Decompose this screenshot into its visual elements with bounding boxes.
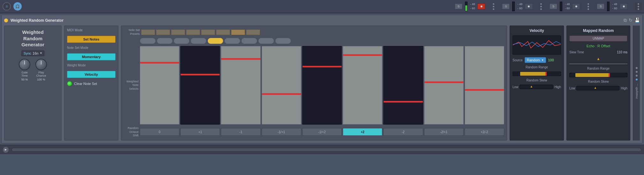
octave-btn-5[interactable]: +2 <box>343 128 382 136</box>
note-col-7-marker <box>384 101 423 103</box>
rec-button-1[interactable]: ⏺ <box>477 4 485 9</box>
note-col-7[interactable] <box>383 46 423 125</box>
sync-dropdown-arrow[interactable]: ▼ <box>40 52 42 55</box>
unmap-button[interactable]: UNMAP <box>569 35 627 42</box>
mixer-channel-2: S - 48 - 60 ⏺ <box>502 2 533 11</box>
mapped-range-slider[interactable] <box>569 73 627 77</box>
clear-note-indicator[interactable] <box>67 81 72 86</box>
preset-btn-1[interactable] <box>141 29 155 35</box>
note-col-9[interactable] <box>465 46 504 125</box>
play-chance-value: 100 % <box>37 78 45 81</box>
note-col-5[interactable] <box>302 46 342 125</box>
meter-1 <box>465 2 468 11</box>
preset-btn-7[interactable] <box>231 29 245 35</box>
momentary-button[interactable]: Momentary <box>67 53 116 60</box>
side-nav-dot-2[interactable] <box>636 71 638 73</box>
nav-icon[interactable]: ≡ <box>3 2 11 11</box>
octave-btn-2[interactable]: -1 <box>221 128 260 136</box>
bottom-bar: ▶ <box>0 145 644 154</box>
side-nav-dot-4[interactable] <box>636 79 638 80</box>
circle-5[interactable] <box>207 38 223 44</box>
circle-4[interactable] <box>191 38 206 44</box>
note-col-3[interactable] <box>221 46 260 125</box>
rec-button-2[interactable]: ⏺ <box>525 4 533 9</box>
velocity-skew-slider[interactable]: ▲ <box>520 85 553 89</box>
slew-up-arrow: ▲ <box>596 57 600 61</box>
s-button-3[interactable]: S <box>550 4 557 9</box>
note-col-1[interactable] <box>140 46 179 125</box>
circle-8[interactable] <box>258 38 274 44</box>
note-col-8[interactable] <box>424 46 464 125</box>
velocity-high-label: High <box>554 85 561 89</box>
octave-btn-1[interactable]: +1 <box>180 128 220 136</box>
octave-btn-0[interactable]: 0 <box>140 128 179 136</box>
slew-value: 110 ms <box>617 50 627 54</box>
plugin-active-dot[interactable] <box>4 19 8 22</box>
preset-btn-2[interactable] <box>156 29 170 35</box>
gate-time-knob-container: Gate Time 50 % <box>19 59 30 81</box>
db-values-2: - 48 - 60 <box>517 2 522 10</box>
set-notes-button[interactable]: Set Notes <box>67 36 116 43</box>
note-col-4[interactable] <box>262 46 301 125</box>
mapped-low-label: Low <box>569 87 575 90</box>
plugin-title: Weighted Random Generator <box>11 18 64 23</box>
octave-label-container: Random Octave Shift <box>124 126 140 138</box>
preset-btn-4[interactable] <box>186 29 200 35</box>
play-chance-knob[interactable] <box>35 59 47 70</box>
velocity-skew-label: Random Skew <box>513 79 561 82</box>
meter-4 <box>607 2 610 11</box>
octave-btn-7[interactable]: -2/+1 <box>424 128 464 136</box>
velocity-title: Velocity <box>513 28 561 33</box>
preset-btn-6[interactable] <box>216 29 230 35</box>
plugin-icon-3[interactable]: 💾 <box>634 18 640 23</box>
circle-1[interactable] <box>140 38 156 44</box>
s-button-4[interactable]: S <box>597 4 604 9</box>
plugin-icons: ⧉ ↻ 💾 <box>624 18 640 23</box>
weighted-label-container: Weighted Note Selects <box>124 46 140 125</box>
velocity-range-slider[interactable] <box>513 72 561 76</box>
plugin-body: Weighted Random Generator Sync 16n ▼ Gat… <box>4 26 640 141</box>
gate-time-knob[interactable] <box>19 59 30 70</box>
note-col-5-marker <box>303 66 341 67</box>
octave-btn-8[interactable]: +2/-2 <box>465 128 504 136</box>
note-circles <box>140 38 291 44</box>
preset-btn-3[interactable] <box>171 29 185 35</box>
circle-6[interactable] <box>224 38 240 44</box>
side-nav-label: Anasynth ... <box>635 84 638 99</box>
sync-row[interactable]: Sync 16n ▼ <box>21 50 45 56</box>
velocity-button[interactable]: Velocity <box>67 71 116 78</box>
rec-button-4[interactable]: ⏺ <box>620 4 627 9</box>
octave-btn-4[interactable]: -1/+2 <box>302 128 342 136</box>
preset-btn-5[interactable] <box>201 29 215 35</box>
note-col-6[interactable] <box>343 46 382 125</box>
source-dropdown[interactable]: Random ▼ <box>525 57 546 63</box>
echo-offset: Echo : R Offset <box>569 44 627 48</box>
plugin-icon-2[interactable]: ↻ <box>629 18 633 23</box>
scroll-track[interactable] <box>11 148 641 152</box>
circle-7[interactable] <box>241 38 257 44</box>
note-col-2[interactable] <box>180 46 220 125</box>
circle-3[interactable] <box>174 38 190 44</box>
octave-btn-6[interactable]: -2 <box>383 128 423 136</box>
mixer-top-bar: ≡ 🎧 S - 48 - 60 ⏺ S - 48 - 60 ⏺ S <box>0 0 644 13</box>
plugin-icon-1[interactable]: ⧉ <box>624 18 627 23</box>
circle-9[interactable] <box>275 38 291 44</box>
rec-button-3[interactable]: ⏺ <box>572 4 580 9</box>
s-button-2[interactable]: S <box>502 4 510 9</box>
right-nav-dot-2 <box>638 6 639 7</box>
circle-2[interactable] <box>157 38 173 44</box>
source-label: Source <box>513 58 523 62</box>
range-handle[interactable] <box>545 72 547 76</box>
headphone-icon[interactable]: 🎧 <box>13 2 22 11</box>
side-nav-dot-3[interactable] <box>636 75 638 77</box>
octave-btn-3[interactable]: -1/+1 <box>262 128 301 136</box>
s-button-1[interactable]: S <box>455 4 462 9</box>
velocity-graph <box>513 35 561 55</box>
velocity-low-label: Low <box>513 85 518 89</box>
preset-btn-8[interactable] <box>246 29 260 35</box>
mapped-skew-slider[interactable]: ▲ <box>576 86 619 90</box>
mixer-dots-1 <box>491 3 496 10</box>
play-button[interactable]: ▶ <box>3 147 9 153</box>
mapped-range-handle[interactable] <box>609 73 610 77</box>
side-nav-dot-1[interactable] <box>636 67 638 69</box>
